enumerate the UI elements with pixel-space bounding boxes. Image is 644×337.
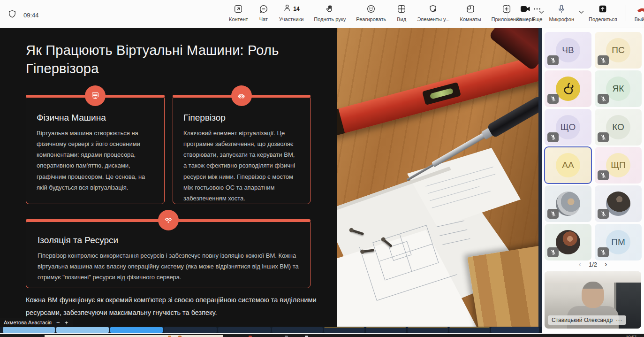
avatar: ЩП xyxy=(606,153,630,177)
presentation-slide: Як Працюють Віртуальні Машини: Роль Гіпе… xyxy=(0,28,337,327)
camera-dropdown-chevron[interactable] xyxy=(538,8,545,16)
page-prev-chevron[interactable]: ‹ xyxy=(579,260,581,268)
card-body: Віртуальна машина створюється на фізично… xyxy=(37,128,154,193)
meeting-security-button[interactable]: Элементы у... xyxy=(415,3,451,22)
filmstrip-thumb[interactable] xyxy=(491,327,539,333)
muted-mic-icon xyxy=(598,209,609,219)
raise-hand-button[interactable]: Поднять руку xyxy=(312,3,348,22)
share-content-icon xyxy=(233,3,243,15)
avatar: ПМ xyxy=(606,230,630,254)
avatar-photo xyxy=(606,191,630,216)
spotlight-video-tile[interactable]: Ставицький Олександр ··· xyxy=(545,271,641,329)
filmstrip-thumb-active[interactable] xyxy=(110,327,163,333)
muted-mic-icon xyxy=(547,247,559,257)
camera-icon xyxy=(519,3,531,15)
filmstrip-thumb[interactable] xyxy=(3,327,55,333)
meeting-timer: 09:44 xyxy=(23,12,39,19)
view-button[interactable]: Вид xyxy=(394,3,409,22)
microphone-dropdown-chevron[interactable] xyxy=(578,8,585,16)
page-indicator: 1/2 xyxy=(589,261,597,268)
participant-tile[interactable]: ЩП xyxy=(595,147,642,184)
raise-hand-icon xyxy=(325,3,335,15)
participants-icon xyxy=(283,3,292,15)
participant-tile[interactable] xyxy=(545,185,591,222)
speaker-head xyxy=(582,282,604,308)
filmstrip-thumb[interactable] xyxy=(324,327,364,333)
participant-tile[interactable] xyxy=(545,70,591,107)
breakout-rooms-button[interactable]: Комнаты xyxy=(458,3,483,22)
participant-tile[interactable]: ПС xyxy=(595,32,642,69)
card-title: Ізоляція та Ресурси xyxy=(38,235,299,245)
participant-tile[interactable] xyxy=(595,185,642,222)
avatar-ink-drawing xyxy=(556,77,580,101)
page-next-chevron[interactable]: › xyxy=(605,260,607,268)
share-screen-button[interactable]: Поделиться xyxy=(587,3,619,22)
leave-button[interactable]: Выйти xyxy=(633,3,644,22)
slide-footer-text: Кожна ВМ функціонує як окремий комп'ютер… xyxy=(26,294,331,319)
filmstrip-thumb[interactable] xyxy=(449,327,490,333)
goggles-gear-icon xyxy=(158,210,179,230)
avatar-photo xyxy=(556,230,580,254)
avatar: ЯК xyxy=(606,77,630,101)
participant-tile-active-speaker[interactable]: АА xyxy=(545,147,591,184)
shield-icon xyxy=(8,9,17,21)
level-vial xyxy=(422,82,461,105)
card-body: Гіпервізор контролює використання ресурс… xyxy=(38,250,299,283)
toolbar-divider xyxy=(508,5,508,21)
card-body: Ключовий елемент віртуалізації. Це прогр… xyxy=(183,128,300,204)
microphone-icon xyxy=(556,3,567,15)
muted-mic-icon xyxy=(547,55,559,65)
participant-tile[interactable]: ЩО xyxy=(545,109,591,146)
slide-card-hypervisor: Гіпервізор Ключовий елемент віртуалізаці… xyxy=(173,95,311,204)
filmstrip-thumb[interactable] xyxy=(218,327,271,333)
os-taskbar[interactable]: 10:57 xyxy=(0,333,644,337)
muted-mic-icon xyxy=(598,55,609,65)
participant-tile[interactable] xyxy=(545,224,591,260)
card-title: Гіпервізор xyxy=(183,113,300,123)
filmstrip-thumb[interactable] xyxy=(56,327,109,333)
slide-filmstrip[interactable] xyxy=(0,327,542,333)
meeting-toolbar: 09:44 Контент Чат 14 Участники Поднять р… xyxy=(0,0,644,28)
avatar: КО xyxy=(606,115,630,139)
taskbar-clock: 10:57 xyxy=(626,335,636,337)
taskbar-active-app[interactable] xyxy=(45,335,223,337)
filmstrip-thumb[interactable] xyxy=(164,327,217,333)
rover-icon xyxy=(231,85,252,106)
avatar: АА xyxy=(556,153,580,177)
camera-button[interactable]: Камера xyxy=(515,3,536,22)
zoom-in-button[interactable]: + xyxy=(65,320,68,326)
participant-tile[interactable]: КО xyxy=(595,109,642,146)
shared-screen: Як Працюють Віртуальні Машини: Роль Гіпе… xyxy=(0,28,542,333)
slide-photo-tools xyxy=(337,28,538,327)
toolbar-divider xyxy=(626,5,626,21)
share-screen-icon xyxy=(598,3,608,15)
participants-pagination: ‹ 1/2 › xyxy=(542,260,644,268)
microphone-button[interactable]: Микрофон xyxy=(547,3,576,22)
participant-tile[interactable]: ЧВ xyxy=(545,32,591,69)
participant-tile[interactable]: ПМ xyxy=(595,224,642,260)
presenter-overlay: Ахметова Анастасія − + xyxy=(0,318,73,327)
grid-view-icon xyxy=(396,3,407,15)
participants-button[interactable]: 14 Участники xyxy=(277,3,306,22)
muted-mic-icon xyxy=(547,209,559,219)
participants-panel: ЧВ ПС ЯК ЩО КО АА Щ xyxy=(542,28,644,333)
react-button[interactable]: Реагировать xyxy=(354,3,388,22)
filmstrip-thumb[interactable] xyxy=(272,327,323,333)
avatar-photo xyxy=(556,191,580,216)
slide-card-physical-machine: Фізична Машина Віртуальна машина створює… xyxy=(26,95,165,204)
shared-screen-edge xyxy=(538,28,542,327)
wood-block xyxy=(467,243,538,327)
speaker-more-menu[interactable]: ··· xyxy=(616,317,622,323)
participant-tile[interactable]: ЯК xyxy=(595,70,642,107)
filmstrip-thumb[interactable] xyxy=(408,327,448,333)
avatar: ЩО xyxy=(556,115,580,139)
content-button[interactable]: Контент xyxy=(227,3,250,22)
shield-gear-icon xyxy=(428,3,439,15)
muted-mic-icon xyxy=(598,170,609,180)
filmstrip-thumb[interactable] xyxy=(366,327,406,333)
chat-button[interactable]: Чат xyxy=(257,3,271,22)
server-monitor-icon xyxy=(85,85,106,106)
muted-mic-icon xyxy=(598,132,609,142)
avatar: ЧВ xyxy=(556,38,580,62)
zoom-out-button[interactable]: − xyxy=(56,320,60,326)
